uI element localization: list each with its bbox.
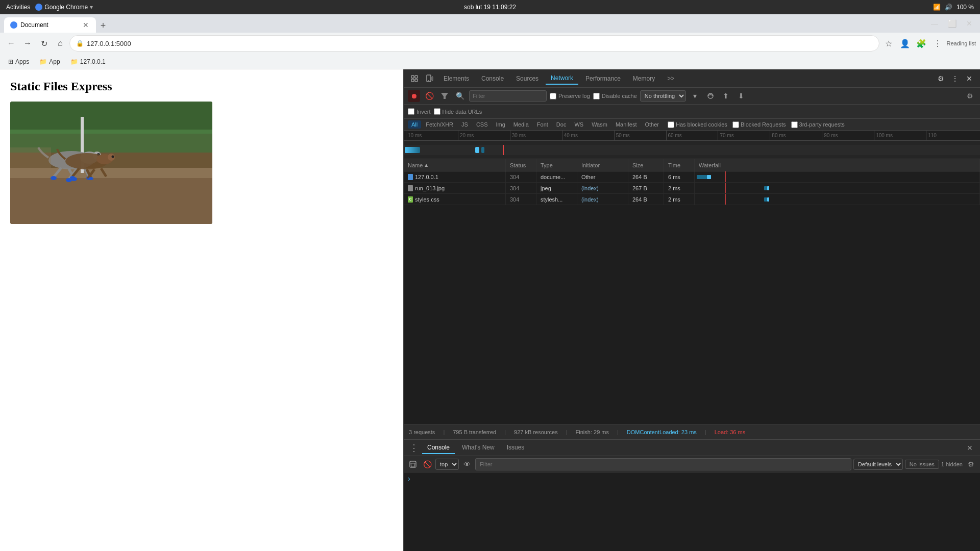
devtools-toggle-button[interactable] bbox=[408, 72, 421, 85]
menu-button[interactable]: ⋮ bbox=[930, 36, 945, 51]
extensions-button[interactable]: 🧩 bbox=[914, 36, 928, 51]
throttle-down-icon[interactable]: ▾ bbox=[689, 90, 701, 102]
type-fetch-xhr[interactable]: Fetch/XHR bbox=[422, 120, 457, 129]
type-ws[interactable]: WS bbox=[571, 120, 587, 129]
dropdown-arrow[interactable]: ▾ bbox=[90, 4, 93, 11]
new-tab-button[interactable]: + bbox=[96, 18, 110, 33]
network-settings-button[interactable]: ⚙ bbox=[964, 90, 976, 102]
col-header-name[interactable]: Name ▲ bbox=[404, 159, 506, 171]
type-doc[interactable]: Doc bbox=[553, 120, 570, 129]
type-media[interactable]: Media bbox=[510, 120, 532, 129]
table-row[interactable]: C styles.css 304 stylesh... (index) 264 bbox=[404, 194, 980, 205]
log-levels-select[interactable]: Default levels bbox=[853, 459, 903, 470]
close-button[interactable]: ✕ bbox=[963, 17, 976, 30]
profile-button[interactable]: 👤 bbox=[898, 36, 912, 51]
tab-memory[interactable]: Memory bbox=[628, 73, 660, 84]
back-button[interactable]: ← bbox=[4, 36, 18, 51]
tab-whats-new[interactable]: What's New bbox=[457, 442, 500, 454]
type-wasm[interactable]: Wasm bbox=[588, 120, 611, 129]
type-css[interactable]: CSS bbox=[473, 120, 492, 129]
table-row[interactable]: run_013.jpg 304 jpeg (index) 267 B bbox=[404, 183, 980, 194]
initiator-link-3[interactable]: (index) bbox=[581, 196, 599, 203]
apps-icon: ⊞ bbox=[8, 58, 13, 65]
search-button[interactable]: 🔍 bbox=[454, 90, 466, 102]
ruler-60ms: 60 ms bbox=[666, 131, 718, 140]
has-blocked-cookies-checkbox[interactable]: Has blocked cookies bbox=[668, 121, 727, 128]
col-header-size[interactable]: Size bbox=[628, 159, 664, 171]
console-filter-input[interactable] bbox=[475, 458, 851, 470]
initiator-link-2[interactable]: (index) bbox=[581, 185, 599, 191]
minimize-button[interactable]: — bbox=[928, 17, 941, 30]
col-header-initiator[interactable]: Initiator bbox=[577, 159, 628, 171]
cell-size-3: 264 B bbox=[628, 194, 664, 205]
bookmark-star-button[interactable]: ☆ bbox=[881, 36, 896, 51]
console-menu-button[interactable]: ⋮ bbox=[408, 442, 420, 454]
tab-close-button[interactable]: ✕ bbox=[82, 21, 90, 29]
blocked-requests-checkbox[interactable]: Blocked Requests bbox=[732, 121, 786, 128]
svg-point-28 bbox=[88, 177, 93, 180]
filter-icon-button[interactable] bbox=[438, 90, 451, 102]
tab-document[interactable]: Document ✕ bbox=[4, 17, 96, 33]
tab-console[interactable]: Console bbox=[476, 73, 509, 84]
bookmark-app[interactable]: 📁 App bbox=[35, 57, 64, 66]
bookmark-localhost[interactable]: 📁 127.0.0.1 bbox=[66, 57, 110, 66]
device-toolbar-button[interactable] bbox=[423, 72, 436, 85]
type-other[interactable]: Other bbox=[641, 120, 663, 129]
type-manifest[interactable]: Manifest bbox=[612, 120, 641, 129]
hide-data-urls-checkbox[interactable]: Hide data URLs bbox=[434, 108, 482, 115]
console-content: › bbox=[404, 472, 980, 551]
import-icon[interactable]: ⬆ bbox=[720, 90, 732, 102]
tab-sources[interactable]: Sources bbox=[511, 73, 544, 84]
preserve-log-checkbox[interactable]: Preserve log bbox=[550, 93, 590, 99]
timeline-overview bbox=[404, 145, 980, 155]
cell-name-3: C styles.css bbox=[404, 194, 506, 205]
disable-cache-checkbox[interactable]: Disable cache bbox=[593, 93, 637, 99]
timeline-bar-request1 bbox=[405, 147, 420, 153]
bookmark-apps-label: Apps bbox=[15, 58, 29, 65]
more-options-icon[interactable]: ⋮ bbox=[948, 72, 962, 85]
settings-icon[interactable]: ⚙ bbox=[934, 72, 947, 85]
svg-point-27 bbox=[70, 176, 75, 179]
page-content: Static Files Express bbox=[0, 69, 403, 551]
throttle-select[interactable]: No throttling bbox=[640, 90, 686, 102]
settings-icon-console[interactable]: 🚫 bbox=[421, 458, 433, 470]
export-icon[interactable]: ⬇ bbox=[735, 90, 747, 102]
third-party-checkbox[interactable]: 3rd-party requests bbox=[791, 121, 845, 128]
forward-button[interactable]: → bbox=[20, 36, 35, 51]
type-js[interactable]: JS bbox=[458, 120, 472, 129]
col-header-time[interactable]: Time bbox=[664, 159, 695, 171]
maximize-button[interactable]: ⬜ bbox=[945, 17, 959, 30]
invert-checkbox[interactable]: Invert bbox=[408, 108, 431, 115]
tab-issues[interactable]: Issues bbox=[502, 442, 530, 454]
reload-button[interactable]: ↻ bbox=[37, 36, 51, 51]
tab-console-main[interactable]: Console bbox=[422, 442, 455, 454]
col-header-status[interactable]: Status bbox=[506, 159, 536, 171]
svg-point-15 bbox=[51, 176, 57, 180]
bookmark-apps[interactable]: ⊞ Apps bbox=[4, 57, 33, 66]
filter-input[interactable] bbox=[469, 90, 547, 102]
col-header-waterfall[interactable]: Waterfall bbox=[695, 159, 980, 171]
context-selector[interactable]: top bbox=[435, 459, 459, 470]
type-font[interactable]: Font bbox=[533, 120, 552, 129]
home-button[interactable]: ⌂ bbox=[53, 36, 67, 51]
clear-button[interactable]: 🚫 bbox=[423, 90, 435, 102]
activities-label[interactable]: Activities bbox=[6, 4, 30, 11]
record-button[interactable]: ⏺ bbox=[408, 90, 420, 102]
type-all[interactable]: All bbox=[408, 120, 421, 129]
clear-console-button[interactable] bbox=[407, 458, 419, 470]
tab-performance[interactable]: Performance bbox=[580, 73, 626, 84]
online-icon[interactable] bbox=[704, 90, 717, 102]
table-row[interactable]: 127.0.0.1 304 docume... Other 264 B bbox=[404, 171, 980, 183]
tab-elements[interactable]: Elements bbox=[438, 73, 474, 84]
main-area: Static Files Express bbox=[0, 69, 980, 551]
col-header-type[interactable]: Type bbox=[536, 159, 577, 171]
type-img[interactable]: Img bbox=[493, 120, 509, 129]
console-close-button[interactable]: ✕ bbox=[964, 442, 976, 454]
tab-more[interactable]: >> bbox=[662, 73, 679, 84]
tab-network[interactable]: Network bbox=[546, 72, 578, 85]
eye-icon[interactable]: 👁 bbox=[461, 458, 473, 470]
close-devtools-button[interactable]: ✕ bbox=[963, 72, 976, 85]
console-gear-button[interactable]: ⚙ bbox=[965, 458, 977, 470]
url-bar[interactable]: 🔒 127.0.0.1:5000 bbox=[69, 35, 879, 52]
reading-list-label[interactable]: Reading list bbox=[947, 40, 976, 46]
